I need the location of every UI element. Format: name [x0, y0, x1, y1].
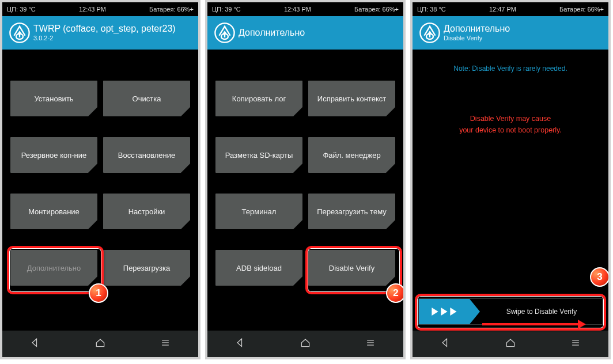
mount-button[interactable]: Монтирование: [10, 194, 97, 229]
warning-text: Disable Verify may cause your device to …: [413, 113, 608, 136]
copy-log-label: Копировать лог: [232, 94, 286, 103]
wipe-button[interactable]: Очистка: [103, 81, 190, 116]
play-icon: [431, 308, 439, 316]
header-title: TWRP (cofface, opt_step, peter23): [33, 24, 176, 34]
play-icon: [449, 308, 457, 316]
fix-context-label: Исправить контекст: [317, 94, 386, 103]
status-bar: ЦП: 39 °C 12:43 PM Батарея: 66%+: [2, 2, 198, 16]
menu-icon[interactable]: [570, 337, 581, 351]
mount-label: Монтирование: [28, 207, 80, 216]
partition-sd-button[interactable]: Разметка SD-карты: [215, 137, 302, 173]
back-icon[interactable]: [440, 337, 451, 351]
reboot-button[interactable]: Перезагрузка: [103, 250, 190, 286]
info-note: Note: Disable Verify is rarely needed.: [413, 65, 608, 73]
slider-knob[interactable]: [419, 299, 470, 324]
home-icon[interactable]: [505, 337, 516, 351]
slider-label: Swipe to Disable Verify: [470, 308, 602, 316]
twrp-disable-verify-screen: ЦП: 38 °C 12:47 PM Батарея: 66%+ Дополни…: [410, 0, 611, 359]
fix-context-button[interactable]: Исправить контекст: [308, 81, 395, 116]
reload-theme-label: Перезагрузить тему: [317, 207, 386, 216]
battery: Батарея: 66%+: [354, 6, 399, 13]
install-button[interactable]: Установить: [10, 81, 97, 116]
warning-line1: Disable Verify may cause: [470, 115, 551, 123]
twrp-logo-icon: [418, 21, 441, 44]
swipe-arrow-icon: [482, 323, 579, 325]
advanced-label: Дополнительно: [27, 264, 81, 272]
wipe-label: Очистка: [133, 94, 161, 103]
status-bar: ЦП: 38 °C 12:47 PM Батарея: 66%+: [413, 2, 608, 16]
backup-label: Резервное коп-ние: [21, 151, 87, 160]
warning-line2: your device to not boot properly.: [459, 126, 562, 134]
content-area: Note: Disable Verify is rarely needed. D…: [413, 50, 608, 331]
adb-sideload-label: ADB sideload: [236, 264, 282, 272]
content-area: Установить Очистка Резервное коп-ние Вос…: [2, 50, 198, 331]
app-header: TWRP (cofface, opt_step, peter23) 3.0.2-…: [2, 16, 198, 50]
header-subtitle: 3.0.2-2: [33, 34, 176, 42]
play-icon: [440, 308, 448, 316]
twrp-logo-icon: [8, 21, 31, 44]
app-header: Дополнительно Disable Verify: [413, 16, 608, 50]
terminal-label: Терминал: [242, 207, 277, 216]
reload-theme-button[interactable]: Перезагрузить тему: [308, 194, 395, 229]
status-bar: ЦП: 39 °C 12:43 PM Батарея: 66%+: [207, 2, 403, 16]
disable-verify-label: Disable Verify: [329, 264, 374, 272]
reboot-label: Перезагрузка: [123, 264, 170, 272]
clock: 12:43 PM: [284, 6, 311, 13]
twrp-logo-icon: [213, 21, 236, 44]
adb-sideload-button[interactable]: ADB sideload: [215, 250, 302, 286]
app-header: Дополнительно: [207, 16, 403, 50]
content-area: Копировать лог Исправить контекст Размет…: [207, 50, 403, 331]
clock: 12:47 PM: [489, 6, 516, 13]
back-icon[interactable]: [29, 337, 41, 351]
restore-button[interactable]: Восстановление: [103, 137, 190, 173]
menu-icon[interactable]: [365, 337, 376, 351]
back-icon[interactable]: [234, 337, 246, 351]
header-title: Дополнительно: [239, 28, 305, 38]
menu-icon[interactable]: [160, 337, 171, 351]
nav-bar: [207, 331, 403, 357]
clock: 12:43 PM: [79, 6, 106, 13]
file-manager-label: Файл. менеджер: [323, 151, 380, 160]
battery: Батарея: 66%+: [149, 6, 194, 13]
cpu-temp: ЦП: 39 °C: [7, 6, 36, 13]
disable-verify-button[interactable]: Disable Verify: [308, 250, 395, 286]
twrp-advanced-screen: ЦП: 39 °C 12:43 PM Батарея: 66%+ Дополни…: [205, 0, 406, 359]
terminal-button[interactable]: Терминал: [215, 194, 302, 229]
restore-label: Восстановление: [118, 151, 175, 160]
backup-button[interactable]: Резервное коп-ние: [10, 137, 97, 173]
settings-button[interactable]: Настройки: [103, 194, 190, 229]
home-icon[interactable]: [94, 337, 106, 351]
cpu-temp: ЦП: 38 °C: [417, 6, 446, 13]
nav-bar: [2, 331, 198, 357]
battery: Батарея: 66%+: [559, 6, 604, 13]
advanced-button[interactable]: Дополнительно: [10, 250, 97, 286]
header-title: Дополнительно: [444, 24, 510, 34]
install-label: Установить: [34, 94, 73, 103]
twrp-main-screen: ЦП: 39 °C 12:43 PM Батарея: 66%+ TWRP (c…: [0, 0, 200, 359]
home-icon[interactable]: [300, 337, 311, 351]
swipe-slider[interactable]: Swipe to Disable Verify: [418, 298, 603, 325]
copy-log-button[interactable]: Копировать лог: [215, 81, 302, 116]
settings-label: Настройки: [128, 207, 165, 216]
file-manager-button[interactable]: Файл. менеджер: [308, 137, 395, 173]
cpu-temp: ЦП: 39 °C: [212, 6, 241, 13]
step-badge: 3: [590, 267, 610, 287]
step-number: 3: [597, 271, 602, 283]
partition-sd-label: Разметка SD-карты: [225, 151, 293, 160]
header-subtitle: Disable Verify: [444, 34, 510, 42]
nav-bar: [413, 331, 608, 357]
